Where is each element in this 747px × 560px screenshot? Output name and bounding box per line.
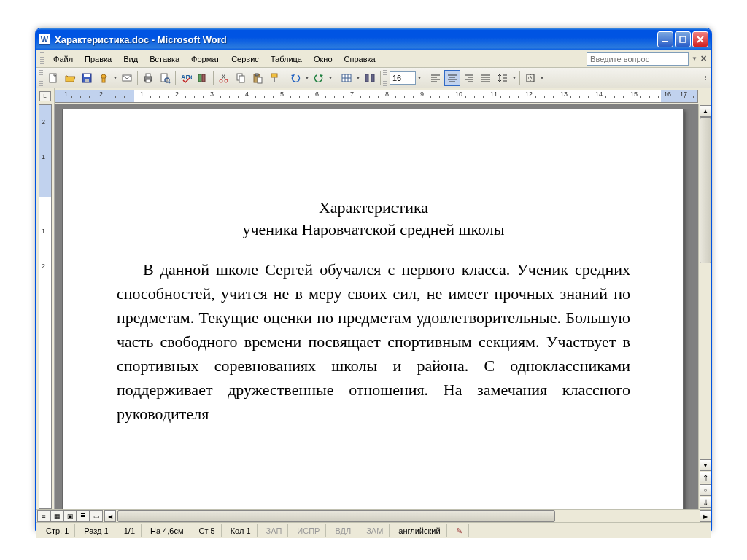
statusbar: Стр. 1 Разд 1 1/1 На 4,6см Ст 5 Кол 1 ЗА… bbox=[36, 522, 711, 538]
status-language[interactable]: английский bbox=[392, 524, 446, 537]
permission-dropdown[interactable]: ▼ bbox=[112, 75, 118, 80]
vertical-ruler-container: 2 1 1 2 bbox=[36, 104, 55, 509]
vertical-scrollbar[interactable]: ▲ ▼ ⇑ ○ ⇓ bbox=[698, 104, 711, 509]
prev-page-button[interactable]: ⇑ bbox=[700, 472, 711, 483]
svg-rect-11 bbox=[146, 79, 150, 82]
status-at: На 4,6см bbox=[144, 524, 190, 537]
status-ovr[interactable]: ЗАМ bbox=[360, 524, 390, 537]
scroll-down-button[interactable]: ▼ bbox=[700, 459, 711, 471]
svg-rect-0 bbox=[662, 41, 668, 42]
line-spacing-dropdown[interactable]: ▼ bbox=[511, 75, 517, 80]
scroll-right-button[interactable]: ▶ bbox=[700, 510, 711, 522]
svg-rect-5 bbox=[85, 79, 89, 82]
print-button[interactable] bbox=[140, 70, 156, 86]
vertical-ruler[interactable]: 2 1 1 2 bbox=[39, 104, 52, 509]
svg-rect-7 bbox=[102, 78, 105, 82]
view-normal-button[interactable]: ≡ bbox=[37, 510, 50, 522]
help-search-input[interactable] bbox=[587, 52, 689, 66]
next-page-button[interactable]: ⇓ bbox=[700, 497, 711, 508]
research-button[interactable] bbox=[195, 70, 211, 86]
help-dropdown-icon[interactable]: ▼ bbox=[692, 55, 697, 62]
insert-table-dropdown[interactable]: ▼ bbox=[355, 75, 361, 80]
minimize-button[interactable] bbox=[657, 31, 673, 47]
document-body: В данной школе Сергей обучался с первого… bbox=[117, 257, 630, 426]
toolbar-grip[interactable] bbox=[39, 70, 43, 86]
menu-insert[interactable]: Вставка bbox=[144, 52, 185, 66]
status-rec[interactable]: ЗАП bbox=[260, 524, 289, 537]
document-title: Характеристика ученика Наровчатской сред… bbox=[117, 197, 630, 240]
svg-rect-1 bbox=[680, 36, 686, 42]
svg-rect-23 bbox=[255, 74, 258, 76]
horizontal-ruler[interactable]: 121234567891011121314151617 bbox=[55, 90, 698, 103]
new-doc-button[interactable] bbox=[45, 70, 61, 86]
undo-button[interactable] bbox=[287, 70, 303, 86]
window-title: Характеристика.doc - Microsoft Word bbox=[55, 34, 657, 45]
menu-format[interactable]: Формат bbox=[185, 52, 225, 66]
view-web-button[interactable]: ▦ bbox=[50, 510, 63, 522]
menu-tools[interactable]: Сервис bbox=[225, 52, 265, 66]
borders-button[interactable] bbox=[522, 70, 538, 86]
word-window: W Характеристика.doc - Microsoft Word Фа… bbox=[35, 28, 712, 531]
redo-button[interactable] bbox=[311, 70, 327, 86]
close-button[interactable] bbox=[692, 31, 708, 47]
menu-file[interactable]: Файл bbox=[47, 52, 79, 66]
svg-rect-4 bbox=[84, 74, 90, 77]
document-page[interactable]: Характеристика ученика Наровчатской сред… bbox=[62, 109, 684, 509]
columns-button[interactable] bbox=[362, 70, 378, 86]
open-button[interactable] bbox=[62, 70, 78, 86]
toolbar-overflow[interactable]: ⋮ bbox=[703, 75, 708, 81]
align-center-button[interactable] bbox=[444, 70, 460, 86]
svg-point-18 bbox=[220, 79, 222, 82]
font-size-input[interactable] bbox=[390, 71, 416, 85]
scroll-up-button[interactable]: ▲ bbox=[700, 105, 711, 117]
menubar-grip[interactable] bbox=[40, 52, 44, 66]
undo-dropdown[interactable]: ▼ bbox=[304, 75, 310, 80]
paste-button[interactable] bbox=[249, 70, 266, 86]
borders-dropdown[interactable]: ▼ bbox=[539, 75, 545, 80]
status-ext[interactable]: ВДЛ bbox=[329, 524, 357, 537]
ruler-row: L 121234567891011121314151617 bbox=[36, 88, 711, 104]
status-spellcheck-icon[interactable]: ✎ bbox=[450, 524, 469, 537]
scroll-left-button[interactable]: ◀ bbox=[104, 510, 116, 522]
menubar: Файл Правка Вид Вставка Формат Сервис Та… bbox=[36, 50, 711, 68]
mail-button[interactable] bbox=[119, 70, 135, 86]
view-print-button[interactable]: ▣ bbox=[63, 510, 77, 522]
font-size-dropdown[interactable]: ▼ bbox=[417, 75, 422, 80]
menu-table[interactable]: Таблица bbox=[265, 52, 308, 66]
line-spacing-button[interactable] bbox=[495, 70, 511, 86]
svg-text:ABC: ABC bbox=[181, 74, 192, 81]
status-page: Стр. 1 bbox=[40, 524, 75, 537]
copy-button[interactable] bbox=[233, 70, 249, 86]
insert-table-button[interactable] bbox=[338, 70, 355, 86]
permission-button[interactable] bbox=[96, 70, 112, 86]
status-pages: 1/1 bbox=[118, 524, 142, 537]
view-outline-button[interactable]: ≣ bbox=[77, 510, 90, 522]
menu-view[interactable]: Вид bbox=[117, 52, 144, 66]
menu-window[interactable]: Окно bbox=[308, 52, 338, 66]
status-trk[interactable]: ИСПР bbox=[291, 524, 326, 537]
format-painter-button[interactable] bbox=[266, 70, 282, 86]
hscroll-thumb[interactable] bbox=[117, 510, 555, 522]
tab-type-button[interactable]: L bbox=[39, 91, 51, 101]
cut-button[interactable] bbox=[216, 70, 232, 86]
maximize-button[interactable] bbox=[675, 31, 691, 47]
close-doc-icon[interactable]: ✕ bbox=[700, 54, 707, 63]
save-button[interactable] bbox=[79, 70, 95, 86]
align-left-button[interactable] bbox=[427, 70, 444, 86]
align-right-button[interactable] bbox=[461, 70, 477, 86]
view-reading-button[interactable]: ▭ bbox=[90, 510, 103, 522]
vscroll-thumb[interactable] bbox=[700, 117, 711, 263]
spellcheck-button[interactable]: ABC bbox=[178, 70, 194, 86]
align-justify-button[interactable] bbox=[478, 70, 494, 86]
browse-object-button[interactable]: ○ bbox=[700, 484, 711, 496]
toolbar-grip-2[interactable] bbox=[383, 70, 387, 86]
menu-edit[interactable]: Правка bbox=[79, 52, 117, 66]
status-line: Ст 5 bbox=[193, 524, 222, 537]
horizontal-scrollbar[interactable]: ◀ ▶ bbox=[104, 510, 711, 522]
print-preview-button[interactable] bbox=[157, 70, 173, 86]
redo-dropdown[interactable]: ▼ bbox=[328, 75, 333, 80]
hscroll-row: ≡ ▦ ▣ ≣ ▭ ◀ ▶ bbox=[36, 509, 711, 522]
status-section: Разд 1 bbox=[78, 524, 115, 537]
svg-rect-21 bbox=[239, 76, 244, 82]
menu-help[interactable]: Справка bbox=[338, 52, 382, 66]
